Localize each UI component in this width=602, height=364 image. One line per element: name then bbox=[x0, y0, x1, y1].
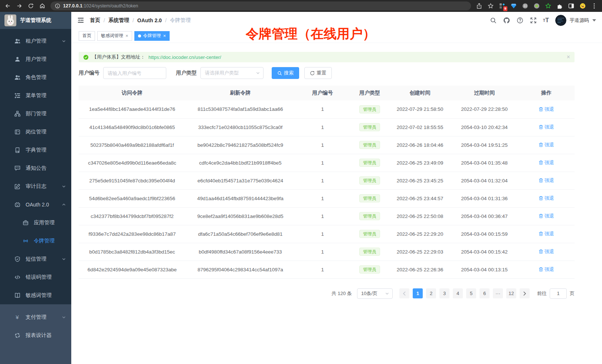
sidebar-item-dept-management[interactable]: 部门管理 bbox=[0, 105, 71, 123]
user-type-select[interactable]: 请选择用户类型 bbox=[200, 67, 264, 79]
next-page-button[interactable] bbox=[520, 288, 530, 298]
user-id-cell: 1 bbox=[295, 261, 350, 278]
sidebar-item-oauth2[interactable]: OAuth 2.0 bbox=[0, 195, 71, 214]
collapse-sidebar-icon[interactable] bbox=[77, 17, 85, 24]
search-icon[interactable] bbox=[490, 17, 497, 24]
puzzle-extension-icon[interactable] bbox=[556, 3, 563, 9]
prev-page-button[interactable] bbox=[399, 288, 409, 298]
sidebar-item-label: 用户管理 bbox=[26, 56, 46, 63]
sidebar-item-report-designer[interactable]: 报表设计器 bbox=[0, 326, 71, 344]
sidebar-item-user-management[interactable]: 用户管理 bbox=[0, 50, 71, 68]
sidebar-item-dict-management[interactable]: 字典管理 bbox=[0, 141, 71, 159]
trash-icon bbox=[539, 125, 543, 129]
sidebar-item-label: 菜单管理 bbox=[26, 92, 46, 99]
home-icon[interactable] bbox=[39, 3, 46, 9]
sidebar-item-role-management[interactable]: 角色管理 bbox=[0, 68, 71, 86]
sidebar-item-sensitive-word-management[interactable]: 敏感词管理 bbox=[0, 286, 71, 304]
trash-icon bbox=[539, 231, 543, 236]
tab-首页[interactable]: 首页 bbox=[79, 31, 95, 41]
page-button-6[interactable]: 6 bbox=[480, 288, 490, 298]
gem-extension-icon[interactable] bbox=[510, 3, 517, 9]
force-logout-button[interactable]: 强退 bbox=[539, 266, 554, 273]
search-button[interactable]: 搜索 bbox=[272, 67, 299, 79]
rabbit-logo-icon bbox=[4, 14, 16, 26]
bookmark-star-icon[interactable] bbox=[487, 3, 494, 9]
app-logo[interactable]: 芋道管理系统 bbox=[0, 12, 71, 29]
browser-menu-dots-icon[interactable] bbox=[591, 3, 598, 9]
back-icon[interactable] bbox=[4, 3, 11, 9]
sidebar-item-tenant-management[interactable]: 租户管理 bbox=[0, 32, 71, 50]
url-text: 127.0.0.1:1024/system/oauth2/token bbox=[63, 3, 138, 9]
force-logout-button[interactable]: 强退 bbox=[539, 159, 554, 166]
reset-button[interactable]: 重置 bbox=[304, 67, 332, 79]
breadcrumb-item[interactable]: 系统管理 bbox=[108, 17, 129, 24]
force-logout-button[interactable]: 强退 bbox=[539, 124, 554, 130]
extensions-icon[interactable]: 9 bbox=[499, 3, 506, 9]
force-logout-button[interactable]: 强退 bbox=[539, 106, 554, 113]
font-size-icon[interactable]: TT bbox=[543, 17, 549, 23]
sidebar-item-token-management[interactable]: 令牌管理 bbox=[0, 232, 71, 250]
user-type-tag: 管理员 bbox=[359, 212, 380, 220]
breadcrumb-separator: / bbox=[132, 17, 134, 23]
force-logout-button[interactable]: 强退 bbox=[539, 231, 554, 237]
sidebar-item-notice-announcement[interactable]: 通知公告 bbox=[0, 159, 71, 177]
tab-令牌管理[interactable]: 令牌管理× bbox=[134, 31, 170, 41]
split-screen-icon[interactable] bbox=[568, 3, 575, 9]
page-button-1[interactable]: 1 bbox=[413, 288, 423, 298]
profile-avatar[interactable] bbox=[579, 3, 586, 9]
create-time-cell: 2022-07-29 21:58:50 bbox=[389, 100, 451, 118]
doc-link[interactable]: https://doc.iocoder.cn/user-center/ bbox=[148, 54, 221, 60]
force-logout-button[interactable]: 强退 bbox=[539, 142, 554, 148]
github-icon[interactable] bbox=[503, 17, 510, 24]
user-avatar[interactable] bbox=[555, 15, 566, 26]
sidebar-item-audit-log[interactable]: 审计日志 bbox=[0, 177, 71, 195]
sidebar-item-post-management[interactable]: 岗位管理 bbox=[0, 123, 71, 141]
force-logout-button[interactable]: 强退 bbox=[539, 195, 554, 202]
page-button-12[interactable]: 12 bbox=[506, 288, 516, 298]
page-button-5[interactable]: 5 bbox=[466, 288, 476, 298]
fullscreen-icon[interactable] bbox=[530, 17, 537, 24]
star-extension-icon[interactable] bbox=[545, 3, 552, 9]
force-logout-button[interactable]: 强退 bbox=[539, 248, 554, 255]
tab-敏感词管理[interactable]: 敏感词管理× bbox=[97, 31, 132, 41]
create-time-cell: 2022-06-25 22:50:08 bbox=[389, 207, 451, 225]
close-icon[interactable]: × bbox=[125, 33, 128, 38]
help-icon[interactable] bbox=[516, 17, 523, 24]
sidebar-item-error-code-management[interactable]: 错误码管理 bbox=[0, 268, 71, 286]
address-bar[interactable]: 127.0.0.1:1024/system/oauth2/token bbox=[50, 1, 471, 10]
sidebar-item-label: 岗位管理 bbox=[26, 129, 46, 135]
caret-down-icon[interactable] bbox=[592, 19, 596, 21]
breadcrumb-item[interactable]: OAuth 2.0 bbox=[137, 17, 162, 23]
action-cell: 强退 bbox=[518, 136, 575, 154]
sidebar-item-sms-management[interactable]: 短信管理 bbox=[0, 250, 71, 268]
reload-icon[interactable] bbox=[27, 3, 34, 9]
forward-icon[interactable] bbox=[16, 3, 23, 9]
users-icon bbox=[14, 74, 20, 80]
close-icon[interactable]: × bbox=[567, 54, 570, 60]
sidebar-item-payment-management[interactable]: ¥支付管理 bbox=[0, 308, 71, 326]
breadcrumb-item[interactable]: 首页 bbox=[90, 17, 100, 24]
goto-page-input[interactable] bbox=[550, 288, 567, 299]
user-id-input[interactable] bbox=[103, 67, 166, 79]
chevron-up-icon bbox=[62, 202, 66, 207]
site-info-icon[interactable] bbox=[55, 3, 60, 9]
force-logout-button[interactable]: 强退 bbox=[539, 213, 554, 219]
access-token-cell: 275e5de9151045fe87cbdc395e004f4d bbox=[79, 172, 186, 189]
sidebar-item-app-management[interactable]: 应用管理 bbox=[0, 214, 71, 232]
command-extension-icon[interactable] bbox=[522, 3, 529, 9]
sidebar-item-menu-management[interactable]: 菜单管理 bbox=[0, 86, 71, 105]
page-button-4[interactable]: 4 bbox=[453, 288, 463, 298]
force-logout-button[interactable]: 强退 bbox=[539, 177, 554, 184]
breadcrumb: 首页/系统管理/OAuth 2.0/令牌管理 bbox=[90, 17, 191, 24]
more-pages-button[interactable]: ··· bbox=[493, 288, 503, 298]
access-token-cell: b0d1785bc3a8482f812db4a3f3bd15ec bbox=[79, 243, 186, 261]
close-icon[interactable]: × bbox=[163, 33, 166, 38]
record-extension-icon[interactable] bbox=[533, 3, 540, 9]
page-button-3[interactable]: 3 bbox=[439, 288, 449, 298]
sidebar-item-label: 字典管理 bbox=[26, 147, 46, 153]
column-header: 创建时间 bbox=[389, 86, 451, 100]
page-button-2[interactable]: 2 bbox=[426, 288, 436, 298]
page-size-select[interactable]: 10条/页 bbox=[357, 288, 393, 299]
share-icon[interactable] bbox=[476, 3, 482, 9]
refresh-token-cell: be90422b8c7946218275a508bf524fc9 bbox=[186, 136, 295, 154]
